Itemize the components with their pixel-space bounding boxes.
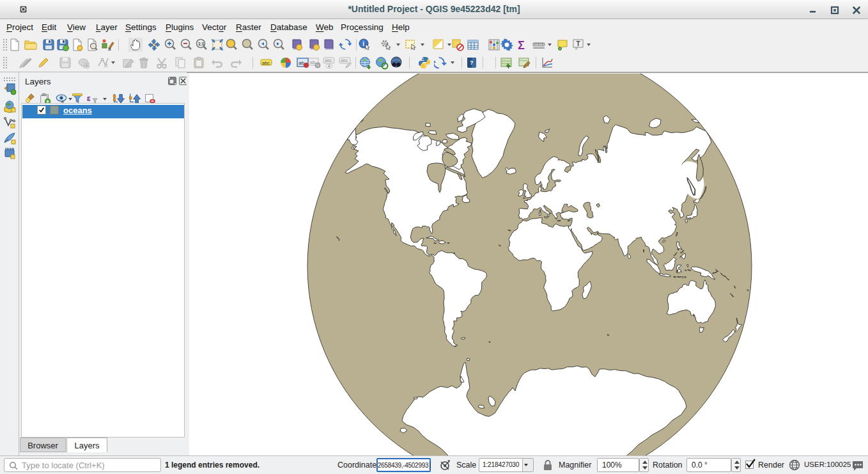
svg-text:?: ? <box>470 59 474 66</box>
svg-text:abc: abc <box>341 58 348 63</box>
svg-text:abc: abc <box>325 58 332 63</box>
svg-text:1:1: 1:1 <box>198 42 205 46</box>
svg-text:ab: ab <box>298 60 304 66</box>
svg-text:T: T <box>577 40 580 47</box>
svg-text:abc: abc <box>262 60 270 66</box>
svg-text:Σ: Σ <box>518 39 525 52</box>
svg-text:ε: ε <box>87 93 91 103</box>
svg-text:i: i <box>362 40 364 47</box>
svg-text:a: a <box>108 46 111 52</box>
svg-text:ab: ab <box>310 59 315 65</box>
